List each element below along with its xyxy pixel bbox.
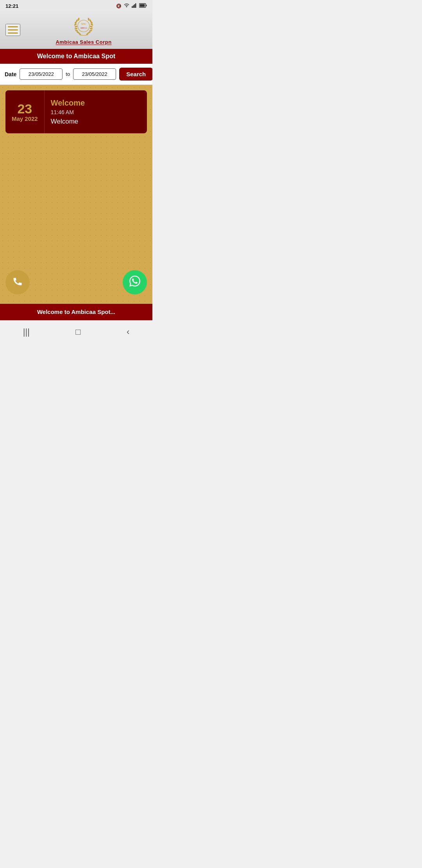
hamburger-line-2 [8, 29, 18, 30]
svg-point-12 [75, 28, 78, 29]
event-info-side: Welcome 11:46 AM Welcome [45, 90, 91, 133]
event-description: Welcome [51, 118, 85, 126]
mute-icon: 🔇 [116, 4, 122, 9]
date-to-label: to [66, 71, 70, 77]
company-name: Ambicaa Sales Corpn [55, 39, 111, 45]
status-bar: 12:21 🔇 [0, 0, 152, 11]
status-icons: 🔇 [116, 3, 147, 9]
footer-text: Welcome to Ambicaa Spot... [37, 308, 115, 315]
hamburger-button[interactable] [5, 24, 20, 36]
svg-point-16 [89, 25, 93, 28]
signal-icon [132, 3, 137, 9]
battery-icon [139, 3, 147, 9]
welcome-banner-text: Welcome to Ambicaa Spot [37, 53, 115, 59]
event-date-side: 23 May 2022 [5, 90, 45, 133]
back-button[interactable]: ‹ [119, 325, 137, 339]
search-button[interactable]: Search [119, 68, 152, 81]
event-card: 23 May 2022 Welcome 11:46 AM Welcome [5, 90, 147, 133]
main-content: 23 May 2022 Welcome 11:46 AM Welcome [0, 85, 152, 304]
recents-button[interactable]: ||| [15, 325, 38, 339]
event-time: 11:46 AM [51, 109, 85, 115]
bottom-nav: ||| □ ‹ [0, 320, 152, 345]
svg-text:ASC: ASC [81, 22, 86, 25]
status-time: 12:21 [5, 3, 18, 9]
wifi-icon [123, 3, 130, 9]
app-header: ASC AMBICAA Ambicaa Sales Corpn [0, 11, 152, 49]
phone-fab-button[interactable] [5, 270, 30, 294]
event-title: Welcome [51, 99, 85, 108]
asc-logo: ASC AMBICAA [72, 15, 95, 38]
whatsapp-icon [129, 276, 140, 289]
fab-area [5, 270, 147, 294]
svg-point-22 [89, 30, 92, 32]
welcome-banner: Welcome to Ambicaa Spot [0, 49, 152, 64]
svg-point-25 [78, 20, 89, 32]
phone-icon [12, 276, 23, 289]
date-to-input[interactable] [73, 68, 116, 80]
hamburger-line-1 [8, 26, 18, 27]
hamburger-line-3 [8, 32, 18, 34]
footer-bar: Welcome to Ambicaa Spot... [0, 304, 152, 320]
svg-point-11 [78, 18, 80, 21]
date-label: Date [5, 71, 16, 77]
svg-text:AMBICAA: AMBICAA [80, 27, 87, 29]
svg-rect-1 [133, 5, 134, 8]
home-button[interactable]: □ [68, 325, 88, 339]
svg-point-21 [90, 28, 93, 29]
svg-rect-3 [135, 4, 136, 8]
svg-point-20 [88, 18, 89, 21]
svg-rect-6 [146, 5, 147, 6]
svg-rect-5 [140, 4, 145, 7]
svg-point-13 [75, 30, 78, 32]
event-month-year: May 2022 [12, 115, 38, 122]
whatsapp-fab-button[interactable] [123, 270, 147, 294]
svg-rect-2 [134, 4, 135, 8]
date-from-input[interactable] [20, 68, 63, 80]
svg-rect-0 [132, 6, 133, 8]
svg-point-7 [74, 25, 77, 28]
logo-container: ASC AMBICAA Ambicaa Sales Corpn [20, 15, 147, 45]
event-day: 23 [17, 102, 32, 115]
date-filter-row: Date to Search [0, 64, 152, 85]
